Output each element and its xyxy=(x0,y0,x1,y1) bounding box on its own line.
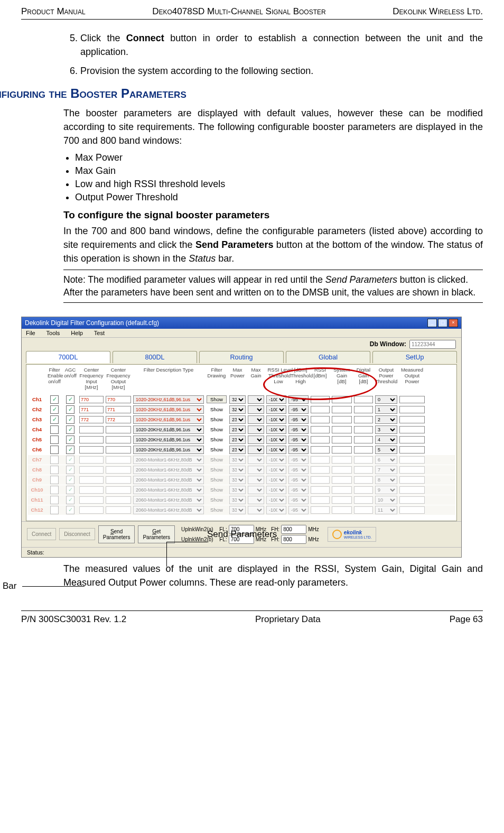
filter-enable-checkbox[interactable] xyxy=(50,436,59,444)
freq-out-field[interactable] xyxy=(106,436,131,443)
freq-in-field[interactable] xyxy=(79,456,104,464)
connect-button[interactable]: Connect xyxy=(27,528,56,540)
freq-out-field[interactable] xyxy=(106,426,131,433)
output-threshold-select[interactable]: 3 xyxy=(375,425,397,434)
freq-out-field[interactable] xyxy=(106,446,131,453)
threshold-high-select[interactable]: -95 xyxy=(288,466,309,474)
max-gain-select[interactable] xyxy=(248,476,264,484)
filter-enable-checkbox[interactable] xyxy=(50,405,59,414)
max-power-select[interactable]: 33 xyxy=(229,506,246,514)
filter-enable-checkbox[interactable] xyxy=(50,415,59,424)
freq-in-field[interactable] xyxy=(79,466,104,474)
threshold-low-select[interactable]: -100 xyxy=(266,415,286,424)
agc-checkbox[interactable] xyxy=(66,436,74,444)
menu-tools[interactable]: Tools xyxy=(46,330,60,336)
menu-test[interactable]: Test xyxy=(94,330,105,336)
window-titlebar[interactable]: Dekolink Digital Filter Configuration (d… xyxy=(22,317,461,329)
max-gain-select[interactable] xyxy=(248,506,264,514)
output-threshold-select[interactable]: 0 xyxy=(375,395,397,404)
threshold-high-select[interactable]: -95 xyxy=(288,395,309,404)
freq-in-field[interactable] xyxy=(79,476,104,484)
filter-enable-checkbox[interactable] xyxy=(50,456,59,464)
freq-out-field[interactable] xyxy=(106,416,131,423)
agc-checkbox[interactable] xyxy=(66,466,74,474)
db-window-field[interactable] xyxy=(409,340,456,349)
filter-enable-checkbox[interactable] xyxy=(50,425,59,434)
filter-enable-checkbox[interactable] xyxy=(50,395,59,404)
threshold-low-select[interactable]: -100 xyxy=(266,466,286,474)
max-gain-select[interactable] xyxy=(248,456,264,464)
max-gain-select[interactable] xyxy=(248,415,264,424)
threshold-low-select[interactable]: -100 xyxy=(266,496,286,504)
filter-type-select[interactable]: 2060-Monitor1-6KHz,80dB xyxy=(133,466,204,474)
threshold-high-select[interactable]: -95 xyxy=(288,446,309,454)
maximize-icon[interactable]: ▢ xyxy=(438,319,447,327)
threshold-high-select[interactable]: -95 xyxy=(288,436,309,444)
filter-enable-checkbox[interactable] xyxy=(50,496,59,504)
freq-out-field[interactable] xyxy=(106,506,131,514)
threshold-high-select[interactable]: -95 xyxy=(288,496,309,504)
max-power-select[interactable]: 23 xyxy=(229,415,246,424)
threshold-low-select[interactable]: -100 xyxy=(266,436,286,444)
menu-file[interactable]: File xyxy=(26,330,35,336)
output-threshold-select[interactable]: 5 xyxy=(375,446,397,454)
max-gain-select[interactable] xyxy=(248,405,264,414)
agc-checkbox[interactable] xyxy=(66,446,74,454)
freq-out-field[interactable] xyxy=(106,476,131,484)
filter-enable-checkbox[interactable] xyxy=(50,446,59,454)
threshold-low-select[interactable]: -100 xyxy=(266,446,286,454)
max-gain-select[interactable] xyxy=(248,425,264,434)
output-threshold-select[interactable]: 8 xyxy=(375,476,397,484)
agc-checkbox[interactable] xyxy=(66,415,74,424)
threshold-high-select[interactable]: -95 xyxy=(288,506,309,514)
filter-type-select[interactable]: 1020-20KHz,61dB,96.1us xyxy=(133,405,204,414)
threshold-high-select[interactable]: -95 xyxy=(288,476,309,484)
max-power-select[interactable]: 32 xyxy=(229,405,246,414)
freq-in-field[interactable] xyxy=(79,416,104,423)
freq-in-field[interactable] xyxy=(79,496,104,504)
max-power-select[interactable]: 23 xyxy=(229,425,246,434)
threshold-low-select[interactable]: -100 xyxy=(266,476,286,484)
freq-out-field[interactable] xyxy=(106,406,131,413)
output-threshold-select[interactable]: 4 xyxy=(375,436,397,444)
output-threshold-select[interactable]: 1 xyxy=(375,405,397,414)
max-power-select[interactable]: 33 xyxy=(229,486,246,494)
tab-global[interactable]: Global xyxy=(286,351,370,363)
tab-setup[interactable]: SetUp xyxy=(372,351,457,363)
max-gain-select[interactable] xyxy=(248,446,264,454)
threshold-high-select[interactable]: -95 xyxy=(288,415,309,424)
tab-800dl[interactable]: 800DL xyxy=(113,351,197,363)
tab-routing[interactable]: Routing xyxy=(199,351,284,363)
freq-out-field[interactable] xyxy=(106,456,131,464)
filter-enable-checkbox[interactable] xyxy=(50,506,59,514)
agc-checkbox[interactable] xyxy=(66,486,74,494)
agc-checkbox[interactable] xyxy=(66,506,74,514)
output-threshold-select[interactable]: 7 xyxy=(375,466,397,474)
max-gain-select[interactable] xyxy=(248,395,264,404)
max-gain-select[interactable] xyxy=(248,486,264,494)
filter-type-select[interactable]: 1020-20KHz,61dB,96.1us xyxy=(133,425,204,434)
fh-b-field[interactable] xyxy=(281,535,306,544)
threshold-low-select[interactable]: -100 xyxy=(266,486,286,494)
threshold-high-select[interactable]: -95 xyxy=(288,456,309,464)
threshold-low-select[interactable]: -100 xyxy=(266,506,286,514)
minimize-icon[interactable]: _ xyxy=(427,319,437,327)
filter-type-select[interactable]: 2060-Monitor1-6KHz,80dB xyxy=(133,486,204,494)
fh-a-field[interactable] xyxy=(281,525,306,534)
freq-in-field[interactable] xyxy=(79,426,104,433)
max-power-select[interactable]: 32 xyxy=(229,395,246,404)
freq-out-field[interactable] xyxy=(106,396,131,403)
show-button[interactable]: Show xyxy=(207,395,227,403)
tab-700dl[interactable]: 700DL xyxy=(26,351,110,363)
max-power-select[interactable]: 33 xyxy=(229,456,246,464)
filter-type-select[interactable]: 1020-20KHz,61dB,96.1us xyxy=(133,415,204,424)
threshold-low-select[interactable]: -100 xyxy=(266,395,286,404)
freq-in-field[interactable] xyxy=(79,396,104,403)
menu-bar[interactable]: File Tools Help Test xyxy=(22,329,461,338)
freq-in-field[interactable] xyxy=(79,406,104,413)
filter-type-select[interactable]: 2060-Monitor1-6KHz,80dB xyxy=(133,496,204,504)
max-power-select[interactable]: 23 xyxy=(229,436,246,444)
freq-in-field[interactable] xyxy=(79,486,104,494)
agc-checkbox[interactable] xyxy=(66,395,74,404)
filter-type-select[interactable]: 1020-20KHz,61dB,96.1us xyxy=(133,446,204,454)
